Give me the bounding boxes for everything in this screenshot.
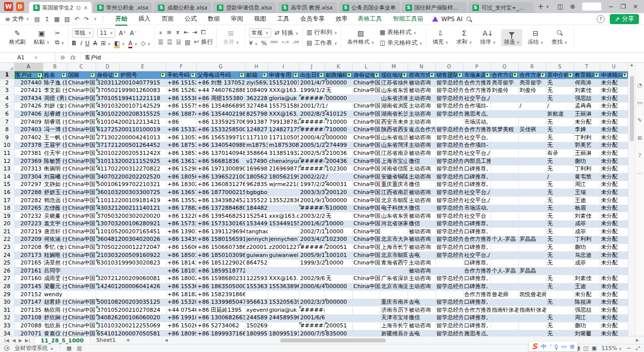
cell[interactable]: 2000/4/24 xyxy=(299,134,325,142)
cell[interactable]: / xyxy=(546,103,574,111)
close-tab-icon[interactable]: × xyxy=(84,5,88,11)
cell[interactable]: 口碑推荐, xyxy=(463,322,491,330)
cell[interactable]: 指南针张老师 xyxy=(491,306,518,314)
cell[interactable]: 社交平台,/ xyxy=(463,95,491,103)
cell[interactable]: 杨眉 xyxy=(574,205,600,213)
cell[interactable]: 留学总经办 xyxy=(435,87,463,95)
cell[interactable]: ziyi5692@ xyxy=(245,79,268,87)
cell[interactable] xyxy=(518,205,546,213)
menu-item[interactable]: 数据 xyxy=(203,14,225,24)
cell[interactable]: 无 xyxy=(546,275,574,283)
cell[interactable]: 无 xyxy=(546,197,574,205)
cell[interactable]: 被动咨询 xyxy=(408,236,435,244)
cell[interactable]: 430321200211140121 xyxy=(96,205,166,213)
cell[interactable]: 筑梦美程 xyxy=(491,126,518,134)
cell[interactable]: 上海市长宁 xyxy=(380,244,408,252)
cell[interactable]: China中国 xyxy=(67,322,96,330)
cell[interactable]: 124827175 xyxy=(245,126,268,134)
tab-list-chevron-icon[interactable]: ∨ xyxy=(546,4,549,9)
cell[interactable]: 207145 xyxy=(14,283,43,291)
column-header-S[interactable]: S xyxy=(546,63,574,71)
cell[interactable]: 630103199903020823 xyxy=(96,259,166,268)
cell[interactable]: +86 13611860 xyxy=(166,157,196,165)
cell[interactable]: 未分配 xyxy=(600,314,628,322)
cell[interactable]: 济南市历下 xyxy=(380,306,408,314)
file-tab[interactable]: S 可过_支付宝+_滴滴 ⊡ × xyxy=(468,2,534,13)
cell[interactable]: China中国 xyxy=(352,110,380,118)
cell[interactable]: 北京市朝阳 xyxy=(380,197,408,205)
cell[interactable] xyxy=(380,267,408,275)
comma-style-icon[interactable]: ⁰⁰⁰ xyxy=(271,40,278,47)
cell[interactable]: 留学总经办 xyxy=(435,205,463,213)
tool-menu-item[interactable]: 智能工具箱 xyxy=(388,14,428,24)
cell[interactable]: +86 13965221003 xyxy=(196,173,245,181)
cell[interactable]: guiwanwei xyxy=(245,251,268,259)
cell[interactable]: 200051 xyxy=(325,322,352,330)
header-cell[interactable]: 手机号码▼ xyxy=(166,71,196,79)
preview-icon[interactable]: ▧ xyxy=(64,16,70,23)
cell[interactable]: 2005/9/16 xyxy=(299,251,325,259)
cell[interactable]: 未分配 xyxy=(600,330,628,336)
cell[interactable]: China中国 xyxy=(67,228,96,236)
cell[interactable]: China中国 xyxy=(352,181,380,189)
ime-punctuation[interactable]: ’ xyxy=(550,343,552,350)
italic-button[interactable]: I xyxy=(80,40,82,47)
cell[interactable]: 市场活动, xyxy=(463,205,491,213)
cell[interactable]: +86 18501030 xyxy=(166,251,196,259)
cell[interactable]: 未分配 xyxy=(600,220,628,228)
name-box[interactable]: A1∨ xyxy=(0,53,55,62)
last-sheet-icon[interactable]: ▶| xyxy=(25,338,30,343)
cell[interactable] xyxy=(491,197,518,205)
cell[interactable]: 未分配 xyxy=(600,205,628,213)
cell[interactable] xyxy=(325,314,352,322)
cell[interactable]: ######## xyxy=(299,118,325,126)
cell[interactable]: 留学总经办 xyxy=(435,181,463,189)
cell[interactable]: / xyxy=(325,173,352,181)
cell[interactable]: 主动咨询 xyxy=(408,259,435,268)
cell[interactable]: 新疆维吾尔 xyxy=(380,330,408,336)
menu-item[interactable]: 视图 xyxy=(249,14,271,24)
justify-icon[interactable]: ▤ xyxy=(185,39,190,46)
cell[interactable]: 35866491 xyxy=(245,149,268,157)
font-size-select[interactable]: 11∨ xyxy=(97,28,115,38)
fullscreen-icon[interactable]: ⤢ xyxy=(635,345,640,351)
cell[interactable]: tanghaoxu xyxy=(245,228,268,236)
cell[interactable]: 未分配 xyxy=(600,157,628,165)
header-cell[interactable]: 姓名▼ xyxy=(43,71,67,79)
cell[interactable]: 刘妍 (女) xyxy=(43,103,67,111)
cell[interactable] xyxy=(96,267,166,275)
cell[interactable] xyxy=(491,103,518,111)
cell[interactable]: 207434 xyxy=(14,95,43,103)
cell[interactable] xyxy=(518,134,546,142)
cell[interactable]: China中国 xyxy=(67,95,96,103)
cell[interactable]: 刘素佳 xyxy=(574,212,600,220)
cell[interactable]: 108409964 xyxy=(245,87,268,95)
cell[interactable]: +86 56681836 xyxy=(196,157,245,165)
cell[interactable]: 被动咨询 xyxy=(408,134,435,142)
cell[interactable]: 梁馨元 (女 xyxy=(43,283,67,291)
sheet-tab[interactable]: Sheet1 xyxy=(90,336,122,344)
cell[interactable]: 主动咨询 xyxy=(408,103,435,111)
first-sheet-icon[interactable]: |◀ xyxy=(4,338,9,343)
worksheet-button[interactable]: ▤ 工作表 ∨ xyxy=(306,39,337,47)
filter-dropdown-icon[interactable]: ▼ xyxy=(37,72,42,77)
wps-logo[interactable]: W xyxy=(4,2,13,11)
cell[interactable]: 未分配 xyxy=(600,283,628,291)
cell[interactable]: China中国 xyxy=(67,220,96,228)
cell[interactable]: 无 xyxy=(546,244,574,252)
cell[interactable] xyxy=(491,205,518,213)
cell[interactable]: 社交平台,/ xyxy=(463,197,491,205)
keyboard-icon[interactable]: ▭ xyxy=(561,343,566,350)
cell[interactable]: 王晨宇 (男 xyxy=(43,142,67,150)
cell[interactable]: 山东省菏泽 xyxy=(380,142,408,150)
cut-button[interactable]: ✂ xyxy=(55,30,64,37)
cell[interactable]: 口碑推荐, xyxy=(463,228,491,236)
filter-dropdown-icon[interactable]: ▼ xyxy=(485,72,490,77)
clear-format-button[interactable]: ◇ ∨ xyxy=(141,40,150,47)
cell[interactable]: 32010220020531242X xyxy=(96,149,166,157)
cell[interactable]: 未分配 xyxy=(600,236,628,244)
row-number[interactable]: 34 xyxy=(0,330,14,336)
cell[interactable]: 271302200004241013 xyxy=(96,134,166,142)
cell[interactable]: 207381 xyxy=(14,149,43,157)
cell[interactable]: 山东省东营 xyxy=(380,87,408,95)
